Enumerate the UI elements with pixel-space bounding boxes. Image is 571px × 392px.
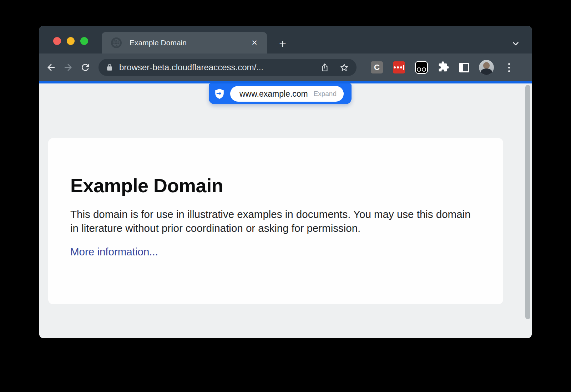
c-extension-icon[interactable]: C (371, 61, 383, 73)
isolated-domain-label: www.example.com (239, 89, 314, 99)
more-information-link[interactable]: More information... (70, 246, 158, 258)
extensions-row: C (371, 60, 494, 75)
lock-icon[interactable] (106, 63, 113, 71)
bookmark-star-icon[interactable] (339, 62, 349, 73)
shield-arrow-icon (215, 88, 224, 99)
vertical-scrollbar[interactable] (525, 85, 530, 319)
toolbar: browser-beta.cloudflareaccess.com/... C (39, 54, 532, 81)
share-icon[interactable] (319, 62, 330, 73)
tab-bar: Example Domain ✕ + (39, 26, 532, 54)
isolated-domain-pill[interactable]: www.example.com Expand (230, 86, 344, 102)
reload-button[interactable] (78, 60, 93, 75)
tab-search-chevron-icon[interactable] (509, 37, 522, 50)
expand-button[interactable]: Expand (314, 90, 337, 98)
zoom-window-button[interactable] (80, 37, 88, 45)
tab-example-domain[interactable]: Example Domain ✕ (102, 32, 267, 54)
close-window-button[interactable] (53, 37, 61, 45)
content-area: www.example.com Expand Example Domain Th… (39, 83, 532, 338)
window-controls (53, 37, 88, 45)
page-card: Example Domain This domain is for use in… (48, 138, 503, 304)
url-bar[interactable]: browser-beta.cloudflareaccess.com/... (98, 59, 357, 76)
isolation-banner: www.example.com Expand (209, 83, 352, 104)
profile-avatar[interactable] (479, 60, 494, 75)
lastpass-extension-icon[interactable] (393, 61, 405, 73)
extensions-puzzle-icon[interactable] (438, 61, 449, 74)
back-button[interactable] (44, 60, 59, 75)
forward-button[interactable] (61, 60, 76, 75)
browser-menu-icon[interactable] (502, 61, 515, 74)
tab-title: Example Domain (130, 39, 249, 47)
camera-lenses-extension-icon[interactable] (415, 61, 428, 74)
new-tab-button[interactable]: + (276, 37, 289, 50)
url-text: browser-beta.cloudflareaccess.com/... (119, 62, 311, 72)
globe-favicon-icon (111, 37, 122, 48)
tab-close-icon[interactable]: ✕ (249, 37, 260, 48)
page-title: Example Domain (70, 174, 503, 197)
minimize-window-button[interactable] (67, 37, 75, 45)
side-panel-icon[interactable] (459, 63, 469, 72)
browser-window: Example Domain ✕ + browser-beta.cloudfla… (39, 26, 532, 338)
page-paragraph: This domain is for use in illustrative e… (70, 207, 481, 235)
